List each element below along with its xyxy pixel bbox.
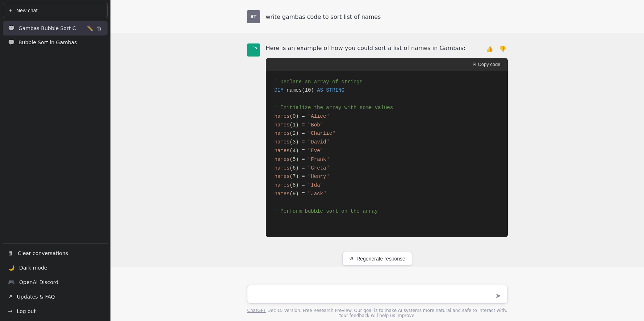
- discord-label: OpenAI Discord: [19, 279, 58, 285]
- conv-label-1: Gambas Bubble Sort C: [18, 25, 83, 31]
- code-fade: [266, 223, 508, 237]
- dark-label: Dark mode: [19, 265, 47, 271]
- sidebar-item-dark[interactable]: 🌙 Dark mode: [3, 261, 108, 275]
- code-header: ⎘ Copy code: [266, 58, 508, 71]
- message-feedback: 👍 👎: [485, 45, 508, 53]
- avatar-initials: ST: [250, 14, 256, 19]
- assistant-message-content: Here is an example of how you could sort…: [266, 43, 508, 237]
- input-wrapper: ➤: [247, 285, 508, 305]
- conv-actions-1: ✏️ 🗑: [86, 25, 103, 32]
- conversations-list: 💬 Gambas Bubble Sort C ✏️ 🗑 💬 Bubble Sor…: [3, 21, 108, 240]
- sidebar-item-conv1[interactable]: 💬 Gambas Bubble Sort C ✏️ 🗑: [3, 21, 108, 36]
- user-message-container: ST write gambas code to sort list of nam…: [110, 0, 644, 33]
- clear-label: Clear conversations: [18, 250, 68, 256]
- copy-code-label: Copy code: [478, 62, 500, 67]
- chat-icon-2: 💬: [8, 39, 15, 46]
- thumbs-up-button[interactable]: 👍: [485, 45, 495, 53]
- assistant-message-inner: Here is an example of how you could sort…: [247, 43, 508, 237]
- sidebar-item-conv2[interactable]: 💬 Bubble Sort in Gambas: [3, 36, 108, 49]
- clear-icon: 🗑: [8, 250, 13, 257]
- user-message-inner: ST write gambas code to sort list of nam…: [247, 10, 508, 23]
- avatar: ST: [247, 10, 260, 23]
- edit-conv-button[interactable]: ✏️: [86, 25, 94, 32]
- logout-label: Log out: [17, 308, 36, 314]
- sidebar-item-updates[interactable]: ↗ Updates & FAQ: [3, 290, 108, 304]
- footer-link[interactable]: ChatGPT: [247, 308, 266, 313]
- assistant-message-container: Here is an example of how you could sort…: [110, 33, 644, 247]
- input-area: ➤ ChatGPT Dec 15 Version. Free Research …: [110, 280, 644, 321]
- plus-icon: +: [9, 8, 12, 13]
- chat-input[interactable]: [247, 285, 508, 304]
- code-content: ' Declare an array of strings DIM names(…: [266, 71, 508, 223]
- moon-icon: 🌙: [8, 264, 15, 271]
- discord-icon: 🎮: [8, 279, 15, 285]
- main-content: ST write gambas code to sort list of nam…: [110, 0, 644, 321]
- assistant-intro-text: Here is an example of how you could sort…: [266, 43, 508, 53]
- new-chat-button[interactable]: + New chat: [3, 3, 108, 18]
- copy-icon: ⎘: [473, 62, 476, 67]
- regenerate-area: ↺ Regenerate response: [110, 247, 644, 267]
- user-message-text: write gambas code to sort list of names: [266, 10, 381, 22]
- regenerate-button[interactable]: ↺ Regenerate response: [342, 252, 412, 266]
- sidebar-item-clear[interactable]: 🗑 Clear conversations: [3, 246, 108, 260]
- code-text: ' Declare an array of strings DIM names(…: [275, 79, 393, 214]
- updates-label: Updates & FAQ: [17, 294, 55, 300]
- chat-area: ST write gambas code to sort list of nam…: [110, 0, 644, 280]
- sidebar-bottom: 🗑 Clear conversations 🌙 Dark mode 🎮 Open…: [3, 246, 108, 318]
- openai-logo-icon: [250, 46, 258, 54]
- code-block: ⎘ Copy code ' Declare an array of string…: [266, 58, 508, 238]
- conv-label-2: Bubble Sort in Gambas: [18, 39, 103, 45]
- send-icon: ➤: [495, 292, 501, 300]
- sidebar-item-logout[interactable]: → Log out: [3, 304, 108, 318]
- sidebar-divider: [3, 243, 108, 243]
- regenerate-icon: ↺: [349, 256, 354, 262]
- send-button[interactable]: ➤: [493, 291, 503, 301]
- footer-text: ChatGPT Dec 15 Version. Free Research Pr…: [247, 308, 508, 318]
- footer-body: Dec 15 Version. Free Research Preview. O…: [266, 308, 507, 318]
- logout-icon: →: [8, 308, 13, 314]
- external-link-icon: ↗: [8, 293, 13, 300]
- new-chat-label: New chat: [16, 8, 37, 13]
- delete-conv-button[interactable]: 🗑: [96, 25, 103, 32]
- assistant-avatar: [247, 43, 260, 57]
- sidebar-item-discord[interactable]: 🎮 OpenAI Discord: [3, 275, 108, 289]
- thumbs-down-button[interactable]: 👎: [498, 45, 508, 53]
- regenerate-label: Regenerate response: [356, 256, 405, 262]
- sidebar: + New chat 💬 Gambas Bubble Sort C ✏️ 🗑 💬…: [0, 0, 110, 321]
- copy-code-button[interactable]: ⎘ Copy code: [471, 61, 502, 68]
- chat-icon: 💬: [8, 25, 15, 32]
